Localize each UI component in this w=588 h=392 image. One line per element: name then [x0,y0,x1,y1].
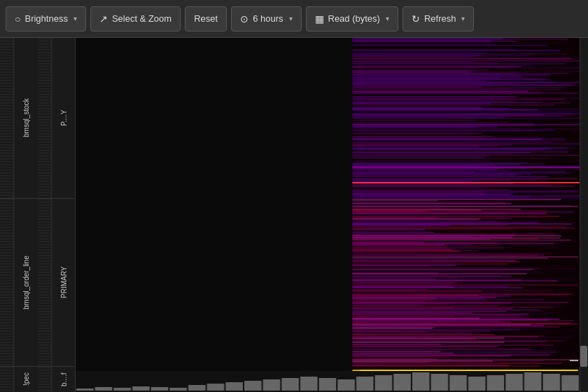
refresh-icon: ↻ [412,13,420,24]
reset-label: Reset [194,13,218,24]
read-bytes-chevron-icon: ▾ [386,15,389,22]
label-bmsql-stock: bmsql_stock [14,38,38,198]
clock-icon: ⊙ [240,13,248,24]
select-zoom-button[interactable]: ↗ Select & Zoom [90,6,181,31]
row-group-1: bmsql_stock P....Y [0,38,75,199]
label-b-f: b....f [52,367,76,392]
stripe-col-6 [38,367,52,392]
row-group-2: bmsql_order_line PRIMARY [0,199,75,367]
refresh-button[interactable]: ↻ Refresh ▾ [402,6,475,31]
scrollbar-thumb[interactable] [580,346,587,367]
cursor-indicator [570,360,578,361]
stripe-col-2 [38,38,52,198]
label-p-y: P....Y [52,38,76,198]
label-primary: PRIMARY [52,199,76,366]
brightness-label: Brightness [24,13,67,24]
main-view: bmsql_stock P....Y bmsql_order_line PRIM… [0,38,588,392]
select-zoom-icon: ↗ [99,13,108,24]
label-pec: !pec [14,367,38,392]
refresh-label: Refresh [424,13,456,24]
brightness-button[interactable]: ○ Brightness ▾ [6,6,86,31]
hours-label: 6 hours [253,13,283,24]
chart-area[interactable] [76,38,588,392]
heatmap-canvas [76,38,588,392]
brightness-icon: ○ [15,13,20,24]
stripe-col-5 [0,367,14,392]
scrollbar[interactable] [580,38,588,392]
read-bytes-button[interactable]: ▦ Read (bytes) ▾ [306,6,398,31]
refresh-chevron-icon: ▾ [461,15,465,22]
reset-button[interactable]: Reset [185,6,227,31]
row-group-3: !pec b....f [0,367,75,392]
stripe-col-1 [0,38,14,198]
chart-icon: ▦ [315,13,324,24]
toolbar: ○ Brightness ▾ ↗ Select & Zoom Reset ⊙ 6… [0,0,588,38]
read-bytes-label: Read (bytes) [328,13,380,24]
brightness-chevron-icon: ▾ [74,15,77,22]
hours-chevron-icon: ▾ [289,15,293,22]
stripe-col-4 [38,199,52,366]
stripe-col-3 [0,199,14,366]
select-zoom-label: Select & Zoom [112,13,172,24]
label-bmsql-order-line: bmsql_order_line [14,199,38,366]
hours-button[interactable]: ⊙ 6 hours ▾ [231,6,301,31]
labels-panel: bmsql_stock P....Y bmsql_order_line PRIM… [0,38,76,392]
